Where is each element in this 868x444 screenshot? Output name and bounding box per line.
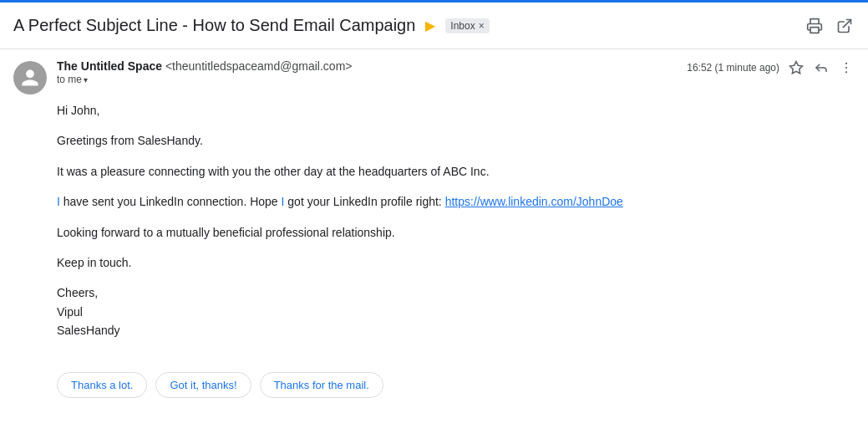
linkedin-text-mid: have sent you LinkedIn connection. Hope [60,195,282,208]
star-button[interactable] [788,59,805,76]
vipul-line: Vipul [57,305,83,319]
reply-button[interactable] [813,59,830,76]
svg-line-1 [843,19,850,27]
linkedin-text-rest: got your LinkedIn profile right: [284,195,444,208]
email-header-bar: A Perfect Subject Line - How to Send Ema… [0,3,868,49]
to-me-dropdown[interactable]: to me ▾ [57,74,677,85]
sender-name: The Untitled Space [57,59,162,73]
linkedin-line: I have sent you LinkedIn connection. Hop… [57,192,855,211]
svg-point-3 [845,63,847,64]
lightning-icon: ▶ [425,18,435,33]
keep-in-touch-line: Keep in touch. [57,253,855,272]
svg-marker-2 [790,62,803,74]
cheers-line: Cheers, [57,286,98,299]
sender-details: The Untitled Space <theuntitledspaceamd@… [57,59,677,85]
quick-reply-thanks-mail[interactable]: Thanks for the mail. [260,372,383,398]
sender-email: <theuntitledspaceamd@gmail.com> [165,59,353,73]
inbox-badge-close[interactable]: × [479,20,485,32]
quick-replies-section: Thanks a lot. Got it, thanks! Thanks for… [0,352,868,411]
sender-name-row: The Untitled Space <theuntitledspaceamd@… [57,59,677,73]
pleasure-line: It was a pleasure connecting with you th… [57,162,855,181]
email-sender-row: The Untitled Space <theuntitledspaceamd@… [0,49,868,101]
linkedin-link[interactable]: https://www.linkedin.com/JohnDoe [445,195,623,208]
top-bar-actions [805,16,855,36]
email-body: Hi John, Greetings from SalesHandy. It w… [0,101,868,340]
email-meta-right: 16:52 (1 minute ago) [687,59,855,76]
email-timestamp: 16:52 (1 minute ago) [687,62,779,74]
intro-line: Greetings from SalesHandy. [57,131,855,150]
svg-point-4 [845,67,847,69]
greeting-line: Hi John, [57,101,855,120]
inbox-badge-label: Inbox [450,20,475,32]
quick-reply-got-it[interactable]: Got it, thanks! [155,372,251,398]
quick-reply-thanks-lot[interactable]: Thanks a lot. [57,372,147,398]
sender-avatar [13,61,47,94]
open-in-new-button[interactable] [835,16,855,36]
more-options-button[interactable] [838,59,855,76]
svg-point-5 [845,71,847,73]
to-me-chevron-icon: ▾ [84,75,88,84]
to-me-label: to me [57,74,82,85]
saleshandy-line: SalesHandy [57,324,120,337]
svg-rect-0 [810,27,819,33]
print-button[interactable] [805,16,825,36]
looking-forward-line: Looking forward to a mutually beneficial… [57,223,855,242]
email-subject: A Perfect Subject Line - How to Send Ema… [13,16,415,35]
inbox-badge: Inbox × [445,18,489,33]
closing-lines: Cheers, Vipul SalesHandy [57,283,855,339]
